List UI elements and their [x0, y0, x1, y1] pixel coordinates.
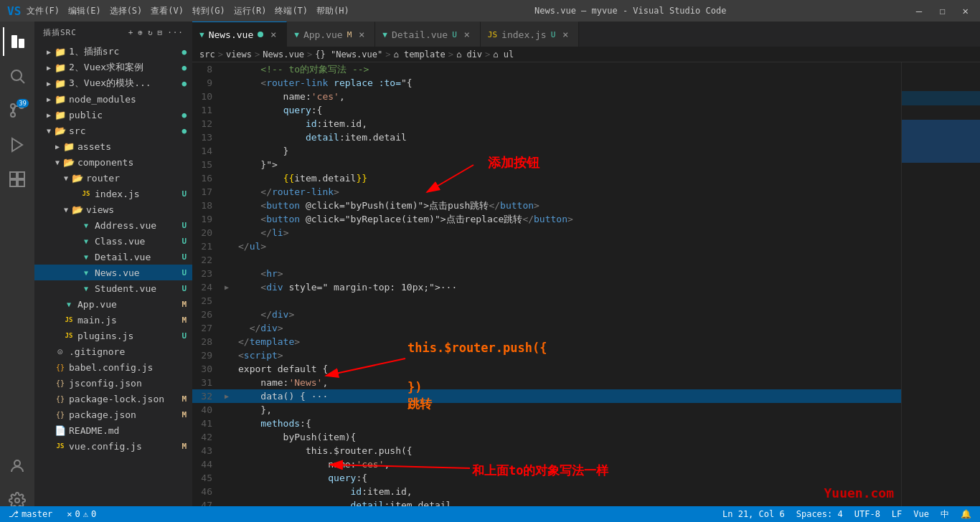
tree-item-readmemd[interactable]: 📄README.md	[34, 422, 192, 438]
close-button[interactable]: ✕	[958, 4, 973, 18]
code-line[interactable]: 28</template>	[192, 335, 901, 348]
tree-item-public[interactable]: ▶📁public●	[34, 107, 192, 123]
tree-item-gitignore[interactable]: ⊙.gitignore	[34, 343, 192, 359]
tree-item-addressvue[interactable]: ▼Address.vueU	[34, 217, 192, 233]
tree-item-vueconfigjs[interactable]: JSvue.config.jsM	[34, 438, 192, 454]
tree-item-classvue[interactable]: ▼Class.vueU	[34, 233, 192, 249]
activity-run[interactable]	[3, 130, 32, 159]
code-line[interactable]: 8 <!-- to的对象写法 -->	[192, 62, 901, 76]
tree-item-views[interactable]: ▼📂views	[34, 201, 192, 217]
tab-close-button[interactable]: ×	[356, 29, 367, 40]
status-line-ending[interactable]: LF	[889, 509, 905, 519]
tree-item-packagejson[interactable]: {}package.jsonM	[34, 407, 192, 422]
status-encoding[interactable]: UTF-8	[852, 509, 883, 519]
code-line[interactable]: 20 </li>	[192, 226, 901, 239]
breadcrumb-item[interactable]: News.vue	[263, 49, 304, 60]
activity-search[interactable]	[3, 62, 32, 90]
code-line[interactable]: 44 name:'ces',	[192, 457, 901, 471]
status-errors[interactable]: ✕ 0 ⚠ 0	[64, 509, 99, 519]
breadcrumb-item[interactable]: src	[199, 49, 215, 60]
tree-item-newsvue[interactable]: ▼News.vueU	[34, 265, 192, 280]
status-line-col[interactable]: Ln 21, Col 6	[720, 509, 788, 519]
breadcrumb-item[interactable]: views	[226, 49, 252, 60]
code-line[interactable]: 30export default {	[192, 362, 901, 376]
code-line[interactable]: 11 query:{	[192, 103, 901, 117]
menu-help[interactable]: 帮助(H)	[316, 5, 349, 17]
activity-source-control[interactable]: 39	[3, 96, 32, 125]
code-line[interactable]: 17 </router-link>	[192, 185, 901, 199]
tree-item-components[interactable]: ▼📂components	[34, 154, 192, 170]
minimize-button[interactable]: —	[912, 4, 926, 18]
tab-close-button[interactable]: ×	[560, 29, 571, 40]
menu-select[interactable]: 选择(S)	[110, 5, 143, 17]
code-line[interactable]: 9 <router-link replace :to="{	[192, 76, 901, 90]
activity-account[interactable]	[3, 452, 32, 480]
code-line[interactable]: 10 name:'ces',	[192, 90, 901, 103]
code-line[interactable]: 13 detail:item.detail	[192, 130, 901, 144]
sidebar-refresh[interactable]: ↻	[148, 28, 154, 37]
sidebar-new-file[interactable]: +	[128, 28, 134, 37]
code-line[interactable]: 19 <button @click="byReplace(item)">点击re…	[192, 212, 901, 226]
code-line[interactable]: 15 }">	[192, 158, 901, 171]
tree-item-router[interactable]: ▼📂router	[34, 170, 192, 186]
code-line[interactable]: 23 <hr>	[192, 267, 901, 280]
code-line[interactable]: 29<script>	[192, 348, 901, 362]
tab-close-button[interactable]: ×	[461, 29, 473, 40]
fold-arrow-icon[interactable]: ▶	[221, 389, 232, 403]
activity-explorer[interactable]	[3, 27, 32, 56]
status-git-branch[interactable]: ⎇ master	[6, 509, 55, 519]
editor[interactable]: 8 <!-- to的对象写法 -->9 <router-link replace…	[192, 62, 901, 522]
status-chinese[interactable]: 中	[938, 508, 952, 521]
activity-extensions[interactable]	[3, 165, 32, 194]
menu-edit[interactable]: 编辑(E)	[68, 5, 101, 17]
code-line[interactable]: 42 byPush(item){	[192, 430, 901, 444]
status-spaces[interactable]: Spaces: 4	[793, 509, 846, 519]
tab-close-button[interactable]: ×	[268, 29, 279, 40]
code-line[interactable]: 14 }	[192, 144, 901, 158]
tree-item-assets[interactable]: ▶📁assets	[34, 138, 192, 154]
tree-item-pluginsjs[interactable]: JSplugins.jsU	[34, 328, 192, 343]
tree-item-nodemodules[interactable]: ▶📁node_modules	[34, 91, 192, 107]
status-language[interactable]: Vue	[910, 509, 932, 519]
menu-terminal[interactable]: 终端(T)	[275, 5, 308, 17]
menu-file[interactable]: 文件(F)	[27, 5, 60, 17]
code-line[interactable]: 41 methods:{	[192, 417, 901, 430]
breadcrumb-item[interactable]: ⌂ div	[456, 49, 482, 60]
code-line[interactable]: 24▶ <div style=" margin-top: 10px;">···	[192, 280, 901, 294]
tree-item-detailvue[interactable]: ▼Detail.vueU	[34, 249, 192, 265]
tree-item-indexjs[interactable]: JSindex.jsU	[34, 186, 192, 201]
code-line[interactable]: 26 </div>	[192, 308, 901, 321]
code-line[interactable]: 40 },	[192, 403, 901, 417]
fold-arrow-icon[interactable]: ▶	[221, 280, 232, 294]
breadcrumb-item[interactable]: {} "News.vue"	[315, 49, 382, 60]
status-notification[interactable]: 🔔	[958, 509, 974, 519]
code-line[interactable]: 12 id:item.id,	[192, 117, 901, 130]
code-line[interactable]: 25	[192, 294, 901, 308]
tree-item-jsconfigjson[interactable]: {}jsconfig.json	[34, 375, 192, 391]
tab-index[interactable]: JSindex.jsU×	[481, 22, 580, 47]
tab-news[interactable]: ▼News.vue×	[192, 22, 287, 47]
code-line[interactable]: 46 id:item.id,	[192, 485, 901, 498]
code-line[interactable]: 18 <button @click="byPush(item)">点击push跳…	[192, 199, 901, 212]
tree-item-babelconfigjs[interactable]: {}babel.config.js	[34, 359, 192, 375]
menu-run[interactable]: 运行(R)	[234, 5, 267, 17]
sidebar-collapse[interactable]: ⊟	[158, 28, 164, 37]
code-line[interactable]: 22	[192, 253, 901, 267]
tree-item-mainjs[interactable]: JSmain.jsM	[34, 312, 192, 328]
maximize-button[interactable]: ☐	[935, 4, 949, 18]
code-line[interactable]: 31 name:'News',	[192, 376, 901, 389]
code-line[interactable]: 43 this.$router.push({	[192, 444, 901, 457]
tree-item-appvue[interactable]: ▼App.vueM	[34, 296, 192, 312]
tree-item-1src[interactable]: ▶📁1、插插src●	[34, 44, 192, 60]
tab-detail[interactable]: ▼Detail.vueU×	[375, 22, 481, 47]
code-line[interactable]: 45 query:{	[192, 471, 901, 485]
tree-item-3vuex[interactable]: ▶📁3、Vuex的模块...●	[34, 75, 192, 91]
code-line[interactable]: 16 {{item.detail}}	[192, 171, 901, 185]
sidebar-more[interactable]: ···	[167, 28, 184, 37]
tree-item-package-lockjson[interactable]: {}package-lock.jsonM	[34, 391, 192, 407]
menu-view[interactable]: 查看(V)	[151, 5, 184, 17]
breadcrumb-item[interactable]: ⌂ ul	[493, 49, 514, 60]
menu-goto[interactable]: 转到(G)	[192, 5, 225, 17]
code-line[interactable]: 32▶ data() { ···	[192, 389, 901, 403]
breadcrumb-item[interactable]: ⌂ template	[393, 49, 445, 60]
